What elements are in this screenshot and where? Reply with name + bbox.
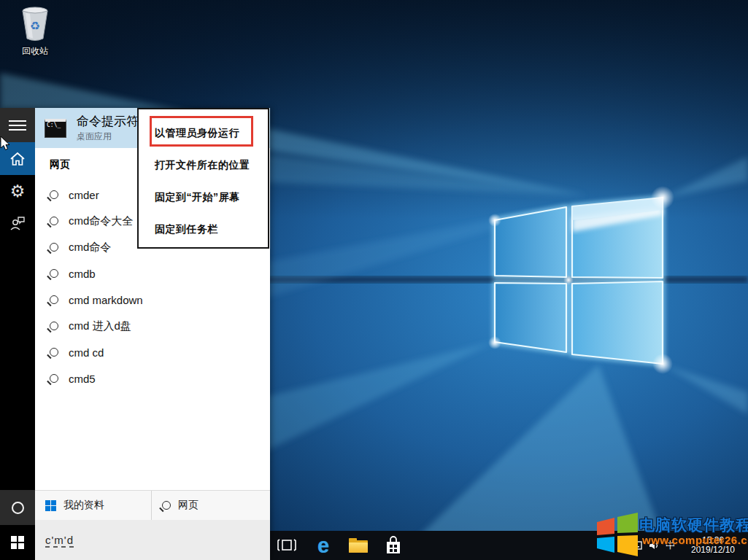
search-icon [50, 243, 58, 252]
watermark-line1: 电脑软硬件教程网 [639, 515, 748, 535]
context-menu: 以管理员身份运行 打开文件所在的位置 固定到“开始”屏幕 固定到任务栏 [137, 108, 269, 249]
rail-spacer [0, 239, 35, 490]
recycle-bin-icon: ♻ [18, 6, 52, 41]
top-result-title: 命令提示符 [77, 113, 139, 130]
search-icon [50, 374, 58, 383]
store-icon [385, 536, 402, 555]
edge-icon: e [317, 535, 329, 556]
site-watermark: 电脑软硬件教程网 www.computer26.com [594, 506, 748, 557]
my-stuff-label: 我的资料 [63, 499, 104, 512]
windows-logo-icon [11, 536, 24, 549]
watermark-line2: www.computer26.com [642, 534, 748, 546]
cortana-circle-icon [12, 502, 24, 514]
search-icon [50, 295, 58, 304]
my-stuff-button[interactable]: 我的资料 [35, 491, 152, 520]
suggestion-label: cmd 进入d盘 [69, 319, 131, 333]
search-icon [50, 217, 58, 225]
cmd-icon: C:\_ [45, 119, 66, 138]
recycle-bin[interactable]: ♻ 回收站 [10, 6, 60, 58]
svg-text:♻: ♻ [30, 20, 40, 32]
settings-button[interactable]: ⚙ [0, 175, 35, 207]
watermark-windows-flag-icon [595, 512, 639, 557]
search-suggestion[interactable]: cmd 进入d盘 [35, 313, 270, 339]
search-input[interactable]: c'm'd [35, 520, 270, 560]
mouse-cursor [0, 136, 10, 151]
folder-icon [349, 538, 368, 553]
gear-icon: ⚙ [10, 182, 26, 201]
search-icon [162, 501, 171, 510]
suggestion-label: cmder [69, 189, 99, 201]
hamburger-icon [9, 117, 26, 133]
windows-logo-blue-icon [45, 500, 56, 511]
web-search-button[interactable]: 网页 [152, 491, 270, 520]
search-input-value: c'm'd [45, 534, 74, 546]
task-view-icon [277, 539, 296, 552]
suggestion-label: cmd5 [69, 373, 96, 385]
cortana-button[interactable] [0, 490, 35, 525]
menu-item-pin-to-taskbar[interactable]: 固定到任务栏 [139, 214, 268, 246]
suggestion-label: cmd cd [69, 346, 104, 359]
search-suggestion[interactable]: cmd markdown [35, 287, 270, 313]
search-panel-rail: ⚙ [0, 108, 35, 560]
home-icon [9, 152, 26, 166]
feedback-button[interactable] [0, 207, 35, 239]
search-icon [50, 322, 58, 330]
search-suggestion[interactable]: cmd5 [35, 365, 270, 392]
start-button[interactable] [0, 525, 35, 560]
store-button[interactable] [377, 531, 409, 560]
edge-browser-button[interactable]: e [307, 531, 339, 560]
suggestion-label: cmd命令大全 [69, 214, 133, 228]
search-suggestion[interactable]: cmdb [35, 260, 270, 287]
search-icon [50, 190, 58, 199]
feedback-icon [9, 216, 26, 230]
web-label: 网页 [178, 499, 198, 512]
suggestion-label: cmd markdown [69, 294, 143, 306]
top-result-subtitle: 桌面应用 [77, 131, 139, 143]
search-suggestion[interactable]: cmd cd [35, 339, 270, 365]
task-view-button[interactable] [271, 531, 303, 560]
search-footer: 我的资料 网页 [35, 490, 270, 520]
menu-item-pin-to-start[interactable]: 固定到“开始”屏幕 [139, 182, 268, 214]
search-icon [50, 348, 58, 357]
file-explorer-button[interactable] [342, 531, 374, 560]
menu-item-run-as-admin[interactable]: 以管理员身份运行 [139, 117, 268, 149]
suggestion-label: cmdb [69, 268, 96, 280]
suggestion-label: cmd命令 [69, 241, 111, 254]
recycle-bin-label: 回收站 [10, 45, 60, 58]
search-icon [50, 269, 58, 278]
menu-item-open-file-location[interactable]: 打开文件所在的位置 [139, 149, 268, 182]
